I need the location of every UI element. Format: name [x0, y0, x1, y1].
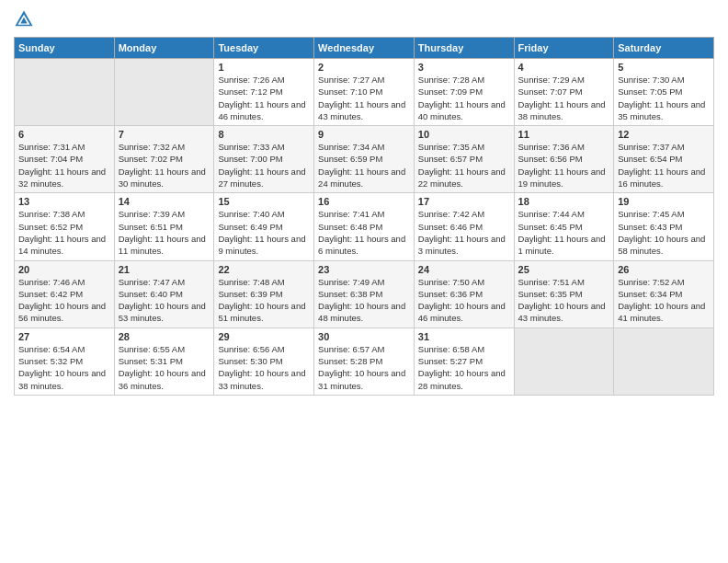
day-number: 27: [18, 331, 110, 342]
day-number: 28: [119, 331, 210, 342]
day-number: 17: [418, 196, 510, 207]
day-info: Sunrise: 7:32 AMSunset: 7:02 PMDaylight:…: [119, 141, 210, 190]
header-cell-friday: Friday: [514, 38, 614, 59]
day-info: Sunrise: 7:45 AMSunset: 6:43 PMDaylight:…: [618, 208, 710, 257]
day-number: 11: [518, 129, 610, 140]
day-info: Sunrise: 6:55 AMSunset: 5:31 PMDaylight:…: [119, 343, 210, 392]
day-info: Sunrise: 7:26 AMSunset: 7:12 PMDaylight:…: [218, 74, 310, 122]
header-cell-saturday: Saturday: [614, 38, 714, 59]
day-info: Sunrise: 7:36 AMSunset: 6:56 PMDaylight:…: [518, 141, 610, 190]
day-number: 5: [618, 62, 710, 73]
calendar-week-5: 27Sunrise: 6:54 AMSunset: 5:32 PMDayligh…: [15, 327, 714, 395]
day-number: 19: [618, 196, 710, 207]
day-info: Sunrise: 6:58 AMSunset: 5:27 PMDaylight:…: [418, 343, 510, 392]
day-info: Sunrise: 6:54 AMSunset: 5:32 PMDaylight:…: [18, 343, 110, 392]
calendar-cell: 17Sunrise: 7:42 AMSunset: 6:46 PMDayligh…: [414, 193, 514, 260]
calendar-table: SundayMondayTuesdayWednesdayThursdayFrid…: [14, 37, 714, 396]
day-info: Sunrise: 7:33 AMSunset: 7:00 PMDaylight:…: [218, 141, 310, 190]
day-info: Sunrise: 7:39 AMSunset: 6:51 PMDaylight:…: [119, 208, 210, 257]
calendar-cell: 19Sunrise: 7:45 AMSunset: 6:43 PMDayligh…: [614, 193, 714, 260]
logo-icon: [14, 9, 34, 29]
day-number: 4: [518, 62, 610, 73]
day-number: 25: [518, 264, 610, 275]
day-info: Sunrise: 6:57 AMSunset: 5:28 PMDaylight:…: [318, 343, 410, 392]
day-number: 16: [318, 196, 410, 207]
day-info: Sunrise: 7:31 AMSunset: 7:04 PMDaylight:…: [18, 141, 110, 190]
calendar-cell: 21Sunrise: 7:47 AMSunset: 6:40 PMDayligh…: [114, 260, 214, 327]
day-number: 8: [218, 129, 310, 140]
day-info: Sunrise: 7:27 AMSunset: 7:10 PMDaylight:…: [318, 74, 410, 122]
day-info: Sunrise: 7:30 AMSunset: 7:05 PMDaylight:…: [618, 74, 710, 122]
calendar-cell: 1Sunrise: 7:26 AMSunset: 7:12 PMDaylight…: [214, 59, 314, 126]
calendar-cell: [514, 327, 614, 395]
day-info: Sunrise: 7:52 AMSunset: 6:34 PMDaylight:…: [618, 276, 710, 325]
day-number: 14: [119, 196, 210, 207]
day-number: 6: [18, 129, 110, 140]
day-number: 29: [218, 331, 310, 342]
day-number: 9: [318, 129, 410, 140]
day-number: 2: [318, 62, 410, 73]
header-cell-wednesday: Wednesday: [314, 38, 415, 59]
day-info: Sunrise: 7:41 AMSunset: 6:48 PMDaylight:…: [318, 208, 410, 257]
calendar-cell: 23Sunrise: 7:49 AMSunset: 6:38 PMDayligh…: [314, 260, 415, 327]
day-number: 31: [418, 331, 510, 342]
calendar-cell: 2Sunrise: 7:27 AMSunset: 7:10 PMDaylight…: [314, 59, 415, 126]
day-info: Sunrise: 7:29 AMSunset: 7:07 PMDaylight:…: [518, 74, 610, 122]
calendar-week-2: 6Sunrise: 7:31 AMSunset: 7:04 PMDaylight…: [15, 126, 714, 193]
day-info: Sunrise: 7:51 AMSunset: 6:35 PMDaylight:…: [518, 276, 610, 325]
calendar-cell: 7Sunrise: 7:32 AMSunset: 7:02 PMDaylight…: [114, 126, 214, 193]
day-number: 20: [18, 264, 110, 275]
calendar-week-4: 20Sunrise: 7:46 AMSunset: 6:42 PMDayligh…: [15, 260, 714, 327]
day-info: Sunrise: 7:38 AMSunset: 6:52 PMDaylight:…: [18, 208, 110, 257]
calendar-cell: 15Sunrise: 7:40 AMSunset: 6:49 PMDayligh…: [214, 193, 314, 260]
calendar-cell: 13Sunrise: 7:38 AMSunset: 6:52 PMDayligh…: [15, 193, 115, 260]
day-info: Sunrise: 7:49 AMSunset: 6:38 PMDaylight:…: [318, 276, 410, 325]
calendar-cell: 5Sunrise: 7:30 AMSunset: 7:05 PMDaylight…: [614, 59, 714, 126]
calendar-cell: 22Sunrise: 7:48 AMSunset: 6:39 PMDayligh…: [214, 260, 314, 327]
calendar-cell: 9Sunrise: 7:34 AMSunset: 6:59 PMDaylight…: [314, 126, 415, 193]
day-info: Sunrise: 7:50 AMSunset: 6:36 PMDaylight:…: [418, 276, 510, 325]
day-number: 1: [218, 62, 310, 73]
day-number: 15: [218, 196, 310, 207]
calendar-cell: 30Sunrise: 6:57 AMSunset: 5:28 PMDayligh…: [314, 327, 415, 395]
calendar-cell: 16Sunrise: 7:41 AMSunset: 6:48 PMDayligh…: [314, 193, 415, 260]
day-info: Sunrise: 7:37 AMSunset: 6:54 PMDaylight:…: [618, 141, 710, 190]
day-number: 7: [119, 129, 210, 140]
calendar-cell: 18Sunrise: 7:44 AMSunset: 6:45 PMDayligh…: [514, 193, 614, 260]
calendar-week-3: 13Sunrise: 7:38 AMSunset: 6:52 PMDayligh…: [15, 193, 714, 260]
day-info: Sunrise: 7:48 AMSunset: 6:39 PMDaylight:…: [218, 276, 310, 325]
header-cell-sunday: Sunday: [15, 38, 115, 59]
calendar-cell: 6Sunrise: 7:31 AMSunset: 7:04 PMDaylight…: [15, 126, 115, 193]
day-number: 3: [418, 62, 510, 73]
calendar-cell: 10Sunrise: 7:35 AMSunset: 6:57 PMDayligh…: [414, 126, 514, 193]
day-info: Sunrise: 7:40 AMSunset: 6:49 PMDaylight:…: [218, 208, 310, 257]
calendar-cell: 11Sunrise: 7:36 AMSunset: 6:56 PMDayligh…: [514, 126, 614, 193]
calendar-week-1: 1Sunrise: 7:26 AMSunset: 7:12 PMDaylight…: [15, 59, 714, 126]
calendar-cell: 3Sunrise: 7:28 AMSunset: 7:09 PMDaylight…: [414, 59, 514, 126]
calendar-cell: [15, 59, 115, 126]
calendar-cell: 14Sunrise: 7:39 AMSunset: 6:51 PMDayligh…: [114, 193, 214, 260]
day-info: Sunrise: 7:42 AMSunset: 6:46 PMDaylight:…: [418, 208, 510, 257]
calendar-cell: 28Sunrise: 6:55 AMSunset: 5:31 PMDayligh…: [114, 327, 214, 395]
calendar-cell: 27Sunrise: 6:54 AMSunset: 5:32 PMDayligh…: [15, 327, 115, 395]
header-row: SundayMondayTuesdayWednesdayThursdayFrid…: [15, 38, 714, 59]
calendar-cell: 4Sunrise: 7:29 AMSunset: 7:07 PMDaylight…: [514, 59, 614, 126]
header-cell-monday: Monday: [114, 38, 214, 59]
day-number: 22: [218, 264, 310, 275]
header-cell-tuesday: Tuesday: [214, 38, 314, 59]
calendar-cell: 31Sunrise: 6:58 AMSunset: 5:27 PMDayligh…: [414, 327, 514, 395]
header: [14, 9, 714, 29]
calendar-cell: 25Sunrise: 7:51 AMSunset: 6:35 PMDayligh…: [514, 260, 614, 327]
calendar-cell: 8Sunrise: 7:33 AMSunset: 7:00 PMDaylight…: [214, 126, 314, 193]
day-info: Sunrise: 7:34 AMSunset: 6:59 PMDaylight:…: [318, 141, 410, 190]
calendar-cell: 29Sunrise: 6:56 AMSunset: 5:30 PMDayligh…: [214, 327, 314, 395]
logo: [14, 9, 38, 29]
day-info: Sunrise: 7:47 AMSunset: 6:40 PMDaylight:…: [119, 276, 210, 325]
calendar-cell: 12Sunrise: 7:37 AMSunset: 6:54 PMDayligh…: [614, 126, 714, 193]
day-info: Sunrise: 7:28 AMSunset: 7:09 PMDaylight:…: [418, 74, 510, 122]
day-number: 12: [618, 129, 710, 140]
header-cell-thursday: Thursday: [414, 38, 514, 59]
day-number: 24: [418, 264, 510, 275]
day-number: 30: [318, 331, 410, 342]
calendar-cell: 26Sunrise: 7:52 AMSunset: 6:34 PMDayligh…: [614, 260, 714, 327]
